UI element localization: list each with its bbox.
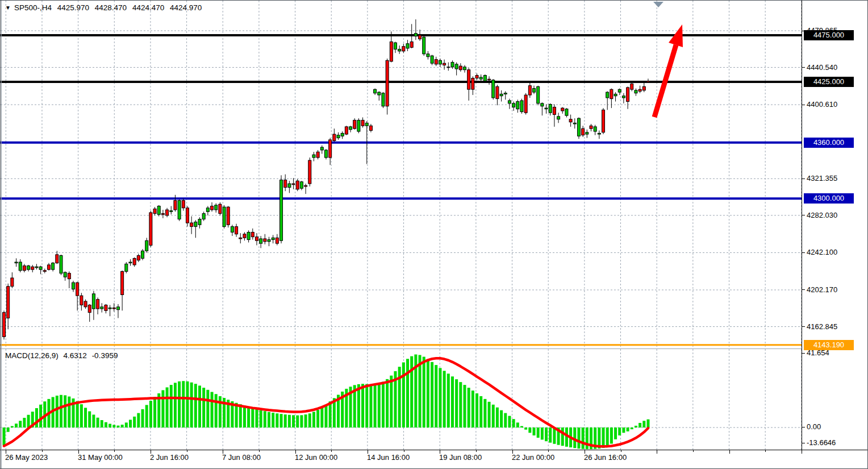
macd-bar (508, 416, 511, 428)
candle (97, 297, 99, 314)
price-pane[interactable] (1, 1, 802, 348)
candle (145, 238, 148, 252)
time-axis[interactable]: 26 May 202331 May 00:002 Jun 16:007 Jun … (1, 450, 868, 469)
candle (312, 152, 315, 161)
macd-bar (215, 394, 218, 428)
macd-pane[interactable] (1, 348, 802, 450)
candle-body (586, 132, 589, 134)
candle-body (190, 223, 193, 227)
candle-body (610, 89, 613, 98)
macd-bar (276, 413, 278, 428)
scroll-marker-icon[interactable] (653, 2, 663, 7)
macd-bar (423, 357, 425, 428)
candle (284, 175, 287, 192)
candle-body (141, 251, 144, 258)
candle (108, 305, 111, 317)
macd-main-value: 4.6312 (64, 351, 87, 360)
candle (520, 99, 523, 114)
candle-body (166, 210, 169, 215)
candle (157, 205, 160, 217)
candle-body (545, 108, 548, 109)
candle-body (361, 120, 364, 126)
candle (198, 217, 201, 229)
candle-body (378, 92, 381, 95)
macd-bar (60, 395, 62, 428)
time-tick (187, 450, 187, 452)
candle-body (320, 147, 323, 150)
candle-body (365, 123, 368, 126)
macd-bar (459, 382, 462, 428)
price-axis[interactable]: 4479.8654440.5404400.6104321.3554282.030… (802, 1, 868, 450)
candle-body (300, 182, 303, 188)
macd-bar (614, 428, 617, 439)
price-label: 4162.845 (807, 322, 837, 331)
candle (374, 89, 377, 95)
axis-tick (802, 252, 805, 253)
candle (345, 126, 348, 135)
macd-bar (635, 426, 637, 428)
candle (206, 206, 209, 215)
candle-body (149, 213, 152, 245)
candle-body (561, 108, 564, 111)
macd-bar (631, 428, 633, 429)
macd-bar (496, 408, 499, 428)
macd-bar (586, 428, 589, 449)
time-tick (802, 450, 802, 454)
candle-body (133, 258, 136, 264)
candle-body (92, 294, 95, 309)
candle-body (35, 267, 38, 268)
candle (211, 202, 214, 211)
candle (153, 207, 156, 215)
candle (137, 254, 140, 262)
candle-body (582, 128, 585, 135)
candle (260, 236, 262, 248)
macd-bar (243, 406, 246, 428)
trend-arrow[interactable] (654, 24, 683, 117)
macd-bar (382, 382, 385, 428)
candle (406, 40, 409, 51)
candle-body (598, 133, 600, 134)
candle (606, 92, 609, 110)
candle (419, 30, 422, 41)
macd-bar (133, 417, 136, 428)
candle-body (602, 110, 605, 132)
candle-body (557, 117, 560, 119)
macd-bar (149, 401, 152, 428)
candle (443, 60, 446, 70)
macd-bar (251, 408, 254, 428)
candle (264, 234, 266, 244)
candle (504, 92, 507, 100)
candle-body (475, 76, 478, 78)
candle-body (594, 127, 596, 131)
candle-body (553, 107, 556, 114)
candle (3, 310, 6, 339)
candle-body (84, 301, 87, 307)
candle (455, 63, 458, 76)
candle (439, 59, 441, 67)
candle (112, 303, 115, 312)
candle (219, 202, 222, 215)
candle-body (541, 103, 544, 106)
macd-bar (80, 404, 83, 428)
candle (129, 259, 132, 265)
candle (47, 263, 50, 271)
candle (492, 79, 495, 99)
macd-bar (56, 396, 59, 428)
candle-body (443, 63, 446, 65)
candle (23, 264, 26, 272)
macd-bar (475, 393, 478, 428)
candle-body (68, 273, 70, 279)
macd-axis-label: 0.00 (807, 422, 821, 431)
candle (369, 124, 372, 132)
macd-bar (316, 410, 319, 428)
candle (447, 63, 450, 71)
candle-body (324, 150, 327, 157)
price-label: 4282.030 (807, 211, 837, 219)
candle (316, 150, 319, 159)
candle (545, 104, 548, 113)
candle (239, 233, 242, 243)
macd-bar (642, 421, 645, 428)
candle-body (268, 240, 270, 242)
candle (378, 92, 381, 101)
candle-body (329, 140, 332, 157)
